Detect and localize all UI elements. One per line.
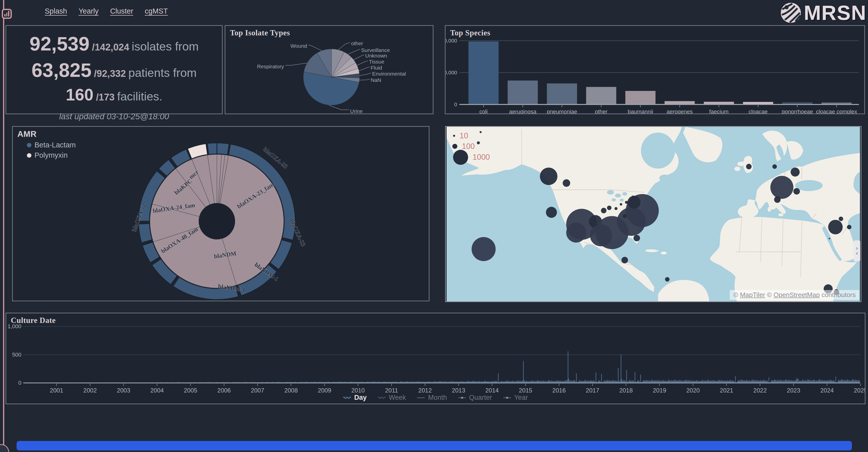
timeframe-day[interactable]: Day xyxy=(343,394,367,401)
x-tick-label-pneumoniae: pneumoniae xyxy=(547,108,577,114)
year-tick-2018: 2018 xyxy=(619,387,632,394)
geo-bubble-map-panel[interactable]: 101001000 © MapTiler © OpenStreetMap con… xyxy=(445,126,862,302)
year-tick-2012: 2012 xyxy=(418,387,432,394)
nav-link-cluster[interactable]: Cluster xyxy=(110,7,133,15)
year-tick-2019: 2019 xyxy=(653,387,666,394)
y-tick-label: 0 xyxy=(18,380,21,386)
map-bubble xyxy=(839,217,843,221)
map-bubble xyxy=(829,238,830,239)
map-bubble xyxy=(623,214,627,218)
timeframe-label: Year xyxy=(514,394,528,401)
map-bubble xyxy=(614,207,617,210)
map-bubble xyxy=(774,196,780,203)
amr-panel: AMR blaOXA-23_famblaNDMblaOXA-48_famblaO… xyxy=(12,126,430,301)
map-bubble xyxy=(621,257,628,263)
map-bubble xyxy=(607,206,612,210)
map-legend-label-1000: 1000 xyxy=(473,153,490,161)
timeframe-quarter[interactable]: Quarter xyxy=(458,394,492,401)
map-bubble xyxy=(590,224,612,246)
timeframe-year[interactable]: Year xyxy=(503,394,528,401)
map-collapse-control[interactable]: ›‹ xyxy=(854,240,860,261)
map-bubble xyxy=(627,196,641,209)
x-tick-label-cloacae complex: cloacae complex xyxy=(816,108,857,114)
year-tick-2006: 2006 xyxy=(217,387,231,394)
bar-aeruginosa xyxy=(508,80,538,104)
map-bubble xyxy=(772,164,777,169)
year-tick-2021: 2021 xyxy=(720,387,733,394)
timeframe-label: Quarter xyxy=(469,394,492,401)
y-tick-label: 0 xyxy=(454,101,457,107)
year-tick-2016: 2016 xyxy=(552,387,566,394)
bar-chart-icon[interactable] xyxy=(2,9,12,19)
timeframe-toggles: DayWeekMonthQuarterYear xyxy=(6,394,865,401)
pie-label-other: other xyxy=(351,40,363,46)
map-legend-label-100: 100 xyxy=(462,142,475,151)
nav-link-splash[interactable]: Splash xyxy=(45,7,67,15)
year-tick-2017: 2017 xyxy=(586,387,599,394)
pie-label-NaN: NaN xyxy=(371,77,381,83)
sunburst-outer-segment xyxy=(217,143,229,155)
top-species-panel: Top Species 020,00040,000coliaeruginosap… xyxy=(445,25,865,114)
stat-row-facilities: 160 /173 facilities. xyxy=(6,85,222,104)
top-species-bar-chart: 020,00040,000coliaeruginosapneumoniaeoth… xyxy=(445,26,864,114)
y-tick-label: 500 xyxy=(12,352,21,358)
pie-label-Unknown: Unknown xyxy=(365,53,387,59)
bar-coli xyxy=(468,41,499,104)
bar-other xyxy=(586,87,616,104)
bar-aerogenes xyxy=(665,101,695,104)
top-isolate-types-panel: Top Isolate Types otherSurveillanceUnkno… xyxy=(225,25,434,114)
x-tick-label-other: other xyxy=(595,108,608,114)
pie-label-Fluid: Fluid xyxy=(371,65,382,71)
openstreetmap-link[interactable]: OpenStreetMap xyxy=(774,291,820,298)
legend-label: Beta-Lactam xyxy=(34,141,75,149)
world-map[interactable]: 101001000 xyxy=(446,127,861,301)
year-tick-2007: 2007 xyxy=(251,387,264,394)
year-tick-2023: 2023 xyxy=(787,387,800,394)
year-tick-2011: 2011 xyxy=(385,387,398,394)
maptiler-link[interactable]: MapTiler xyxy=(740,291,765,298)
legend-item-polymyxin[interactable]: Polymyxin xyxy=(27,151,75,159)
bar-baumannii xyxy=(625,91,655,104)
line-dot-icon xyxy=(503,396,512,399)
y-tick-label: 40,000 xyxy=(445,38,457,43)
map-bubble xyxy=(546,207,557,218)
timeframe-week[interactable]: Week xyxy=(378,394,406,401)
year-tick-2014: 2014 xyxy=(485,387,499,394)
horizontal-scrollbar[interactable] xyxy=(17,441,852,451)
wave-icon xyxy=(343,396,351,399)
patients-value: 63,825 xyxy=(31,59,91,82)
x-tick-label-faecium: faecium xyxy=(709,108,728,114)
isolate-types-pie-chart: otherSurveillanceUnknownTissueFluidEnvir… xyxy=(225,26,433,114)
x-tick-label-baumannii: baumannii xyxy=(628,108,653,114)
year-tick-2008: 2008 xyxy=(284,387,298,394)
corner-button[interactable] xyxy=(0,444,9,452)
year-tick-2005: 2005 xyxy=(184,387,197,394)
map-bubble xyxy=(563,179,570,187)
bar-pneumoniae xyxy=(547,84,577,104)
map-bubble xyxy=(472,237,496,261)
attrib-text: © xyxy=(765,291,774,298)
facilities-total: /173 xyxy=(96,92,115,103)
stat-row-patients: 63,825 /92,332 patients from xyxy=(6,59,222,82)
timeframe-month[interactable]: Month xyxy=(417,394,447,401)
year-tick-2009: 2009 xyxy=(318,387,331,394)
beta-lactam-swatch xyxy=(27,143,31,148)
year-tick-2013: 2013 xyxy=(452,387,465,394)
pie-label-Tissue: Tissue xyxy=(369,59,384,65)
nav-link-yearly[interactable]: Yearly xyxy=(79,7,99,15)
sunburst-outer-segment xyxy=(207,143,217,155)
year-tick-2020: 2020 xyxy=(686,387,700,394)
map-bubble xyxy=(620,203,622,206)
line-icon xyxy=(417,396,426,399)
map-legend-label-10: 10 xyxy=(460,131,468,140)
polymyxin-swatch xyxy=(27,153,31,158)
nav-link-cgmst[interactable]: cgMST xyxy=(145,7,168,15)
map-bubble xyxy=(790,167,800,176)
timeframe-label: Month xyxy=(428,394,447,401)
timeframe-label: Day xyxy=(354,394,367,401)
legend-item-beta-lactam[interactable]: Beta-Lactam xyxy=(27,141,75,149)
year-tick-2024: 2024 xyxy=(820,387,834,394)
stat-row-isolates: 92,539 /142,024 isolates from xyxy=(6,32,222,55)
pie-label-Surveillance: Surveillance xyxy=(361,47,390,53)
last-updated-text: last updated 03-10-25@18:00 xyxy=(6,112,222,121)
